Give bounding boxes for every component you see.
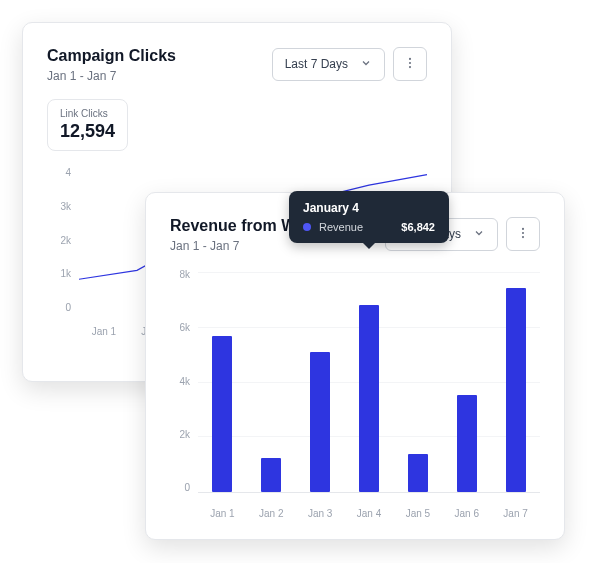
card-subtitle: Jan 1 - Jan 7	[47, 69, 176, 83]
x-tick: Jan 1	[198, 500, 247, 519]
x-tick: Jan 6	[442, 500, 491, 519]
bar	[310, 352, 330, 492]
y-tick: 1k	[60, 268, 71, 279]
title-block: Campaign Clicks Jan 1 - Jan 7	[47, 47, 176, 83]
y-tick: 4	[65, 167, 71, 178]
more-vertical-icon	[516, 226, 530, 243]
bar	[457, 395, 477, 492]
header-controls: Last 7 Days	[272, 47, 427, 81]
bar-column[interactable]: January 4Revenue$6,842	[345, 273, 394, 492]
svg-point-0	[409, 57, 411, 59]
revenue-workflows-card: Revenue from Workflows Jan 1 - Jan 7 Las…	[145, 192, 565, 540]
svg-point-5	[522, 236, 524, 238]
x-tick: Jan 2	[247, 500, 296, 519]
more-options-button[interactable]	[393, 47, 427, 81]
y-axis: 43k2k1k0	[47, 167, 71, 313]
bar	[212, 336, 232, 492]
bar-column[interactable]	[198, 273, 247, 492]
x-tick: Jan 4	[345, 500, 394, 519]
card-title: Campaign Clicks	[47, 47, 176, 65]
svg-point-3	[522, 227, 524, 229]
bar	[261, 458, 281, 492]
chevron-down-icon	[360, 57, 372, 72]
svg-point-4	[522, 231, 524, 233]
date-range-label: Last 7 Days	[285, 57, 348, 71]
bar-column[interactable]	[247, 273, 296, 492]
tooltip-dot-icon	[303, 223, 311, 231]
metric-label: Link Clicks	[60, 108, 115, 119]
tooltip-value: $6,842	[401, 221, 435, 233]
tooltip-date: January 4	[303, 201, 435, 215]
bar	[408, 454, 428, 492]
y-tick: 0	[65, 302, 71, 313]
x-tick: Jan 5	[393, 500, 442, 519]
y-axis: 8k6k4k2k0	[170, 269, 190, 493]
bar-column[interactable]	[442, 273, 491, 492]
tooltip-series: Revenue	[319, 221, 393, 233]
chevron-down-icon	[473, 227, 485, 242]
bar-column[interactable]	[393, 273, 442, 492]
svg-point-1	[409, 61, 411, 63]
date-range-select[interactable]: Last 7 Days	[272, 48, 385, 81]
chart-tooltip: January 4Revenue$6,842	[289, 191, 449, 243]
bar-column[interactable]	[491, 273, 540, 492]
more-vertical-icon	[403, 56, 417, 73]
metric-value: 12,594	[60, 121, 115, 142]
card-header: Campaign Clicks Jan 1 - Jan 7 Last 7 Day…	[47, 47, 427, 83]
y-tick: 2k	[60, 235, 71, 246]
y-tick: 2k	[179, 429, 190, 440]
metric-box: Link Clicks 12,594	[47, 99, 128, 151]
bar	[359, 305, 379, 492]
bar-column[interactable]	[296, 273, 345, 492]
y-tick: 0	[184, 482, 190, 493]
revenue-bar-chart: 8k6k4k2k0 January 4Revenue$6,842 Jan 1Ja…	[170, 269, 540, 519]
y-tick: 4k	[179, 376, 190, 387]
tooltip-row: Revenue$6,842	[303, 221, 435, 233]
x-axis: Jan 1Jan 2Jan 3Jan 4Jan 5Jan 6Jan 7	[198, 500, 540, 519]
svg-point-2	[409, 66, 411, 68]
y-tick: 8k	[179, 269, 190, 280]
x-tick: Jan 1	[79, 326, 129, 337]
bar-plot: January 4Revenue$6,842	[198, 273, 540, 493]
x-tick: Jan 3	[296, 500, 345, 519]
x-tick: Jan 7	[491, 500, 540, 519]
bar	[506, 288, 526, 492]
more-options-button[interactable]	[506, 217, 540, 251]
y-tick: 3k	[60, 201, 71, 212]
y-tick: 6k	[179, 322, 190, 333]
